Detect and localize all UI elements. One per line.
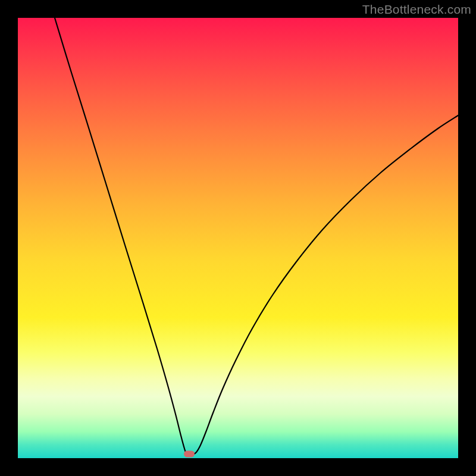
- chart-frame: TheBottleneck.com: [0, 0, 476, 476]
- minimum-marker: [184, 451, 195, 458]
- plot-area: [18, 18, 458, 458]
- watermark-text: TheBottleneck.com: [362, 2, 471, 17]
- bottleneck-curve: [18, 18, 458, 458]
